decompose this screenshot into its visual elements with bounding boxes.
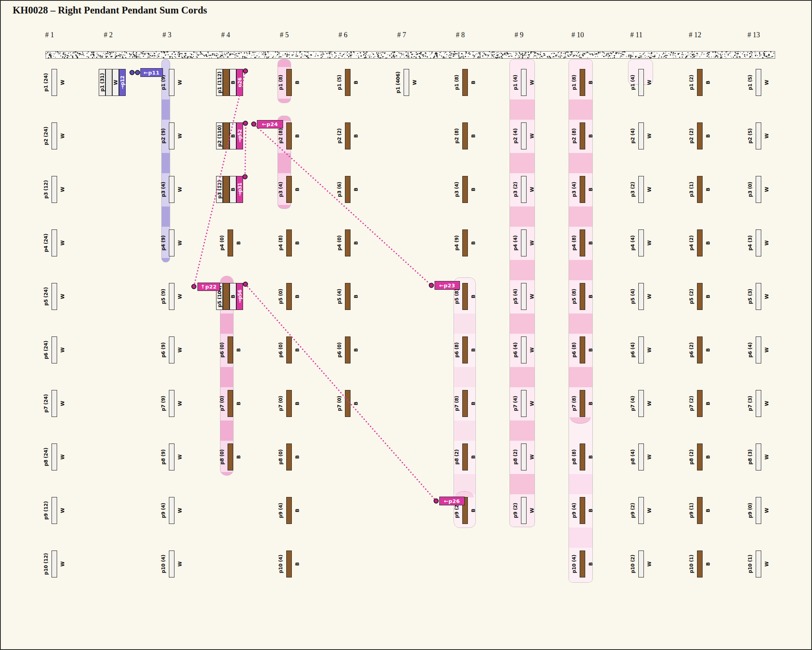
- pendant-cord-bar: [521, 122, 527, 149]
- pendant-label: p4 (3): [747, 221, 753, 265]
- pendant-cord-bar: [169, 229, 174, 256]
- cord-color-code: W: [764, 382, 770, 425]
- pendant-label: p7 (2): [688, 382, 695, 425]
- column-header-10: # 10: [560, 31, 596, 39]
- pendant-label: p5 (0): [278, 275, 284, 318]
- band-dark-cap: [278, 99, 291, 103]
- pendant-label: p3 (2): [630, 168, 636, 211]
- reference-badge-p24: ←p24: [257, 120, 283, 128]
- pendant-cord-bar: [228, 336, 233, 363]
- cord-color-code: W: [646, 114, 653, 158]
- band-dark-segment: [220, 367, 233, 387]
- pendant-label: p10 (4): [278, 542, 284, 586]
- group-cord-swatch: [223, 176, 230, 203]
- pendant-cord-bar: [697, 497, 703, 524]
- pendant-cord-bar: [52, 336, 57, 363]
- group-label-bar: [216, 122, 223, 149]
- cord-color-code: W: [646, 168, 653, 211]
- cord-color-code: W: [764, 221, 770, 265]
- cord-color-code: B: [294, 221, 301, 265]
- pendant-label: p9 (4): [278, 489, 284, 532]
- pendant-cord-bar: [169, 122, 174, 149]
- pendant-label: p3 (0): [747, 168, 753, 211]
- pendant-cord-bar: [580, 390, 585, 417]
- pendant-label: p1 (5): [747, 61, 753, 104]
- pendant-label: p9 (4): [160, 489, 167, 532]
- cord-color-code: B: [294, 114, 301, 158]
- pendant-cord-bar: [697, 122, 703, 149]
- group-label-bar: [216, 69, 223, 96]
- band-dark-segment: [510, 367, 534, 387]
- pendant-label: p10 (2): [630, 542, 636, 586]
- pendant-cord-bar: [756, 122, 761, 149]
- cord-color-code: W: [764, 61, 770, 104]
- cord-color-code: W: [59, 168, 66, 211]
- cord-color-code: B: [470, 61, 477, 104]
- pendant-label: p6 (9): [160, 328, 167, 372]
- band-dark-segment: [569, 314, 592, 334]
- pendant-cord-bar: [286, 336, 292, 363]
- pendant-cord-bar: [52, 283, 57, 310]
- pendant-cord-bar: [345, 283, 350, 310]
- pendant-label: p9 (2): [630, 489, 636, 532]
- pendant-cord-bar: [638, 551, 644, 577]
- cord-color-code: W: [177, 328, 183, 372]
- cord-color-code: B: [705, 168, 711, 211]
- link-line-5: [245, 284, 436, 501]
- pendant-label: p3 (4): [454, 168, 460, 211]
- pendant-label: p1 (2): [688, 61, 695, 104]
- band-dark-segment: [162, 99, 170, 120]
- pendant-cord-bar: [345, 69, 350, 96]
- pendant-cord-bar: [52, 176, 57, 203]
- pendant-label: p8 (3): [747, 435, 753, 479]
- pendant-cord-bar: [638, 176, 644, 203]
- pendant-cord-bar: [345, 390, 350, 417]
- cord-color-code: B: [705, 542, 711, 586]
- pendant-label: p6 (4): [630, 328, 636, 372]
- pendant-cord-bar: [697, 444, 703, 470]
- pendant-cord-bar: [580, 444, 585, 470]
- band-dark-segment: [162, 206, 170, 227]
- pendant-label: p7 (24): [43, 382, 49, 425]
- pendant-cord-bar: [638, 122, 644, 149]
- cord-color-code: W: [59, 489, 66, 532]
- link-dot: [192, 285, 196, 289]
- column-header-13: # 13: [736, 31, 772, 39]
- link-dot: [136, 71, 140, 75]
- band-dark-segment: [569, 206, 592, 227]
- pendant-label: p4 (2): [688, 221, 695, 265]
- cord-color-code: B: [705, 435, 711, 479]
- pendant-cord-bar: [521, 390, 527, 417]
- cord-color-code: W: [59, 328, 66, 372]
- cord-color-code: B: [294, 328, 301, 372]
- pendant-cord-bar: [169, 336, 174, 363]
- cord-color-code: W: [646, 221, 653, 265]
- column-header-3: # 3: [149, 31, 185, 39]
- pendant-cord-bar: [521, 176, 527, 203]
- pendant-cord-bar: [286, 551, 292, 577]
- cord-color-code: B: [353, 61, 359, 104]
- cord-color-code: W: [646, 275, 653, 318]
- pendant-cord-bar: [228, 229, 233, 256]
- pendant-cord-bar: [638, 390, 644, 417]
- pendant-label: p10 (1): [688, 542, 695, 586]
- cord-color-code: B: [705, 489, 711, 532]
- cord-color-code: W: [646, 328, 653, 372]
- pendant-cord-bar: [345, 336, 350, 363]
- pendant-label: p8 (9): [160, 435, 167, 479]
- pendant-label: p2 (24): [43, 114, 49, 158]
- pendant-label: p8 (4): [630, 435, 636, 479]
- pendant-cord-bar: [580, 176, 585, 203]
- pendant-cord-bar: [169, 283, 174, 310]
- pendant-cord-bar: [756, 497, 761, 524]
- band-dark-segment: [510, 206, 534, 227]
- group-label-bar: [216, 176, 223, 203]
- column-header-9: # 9: [501, 31, 537, 39]
- cord-color-code: W: [646, 382, 653, 425]
- cord-color-code: B: [470, 221, 477, 265]
- link-dot: [434, 499, 439, 503]
- cord-color-code: B: [294, 382, 301, 425]
- column-header-1: # 1: [32, 31, 67, 39]
- pendant-cord-bar: [580, 336, 585, 363]
- reference-badge-p23: ←p23: [435, 281, 460, 290]
